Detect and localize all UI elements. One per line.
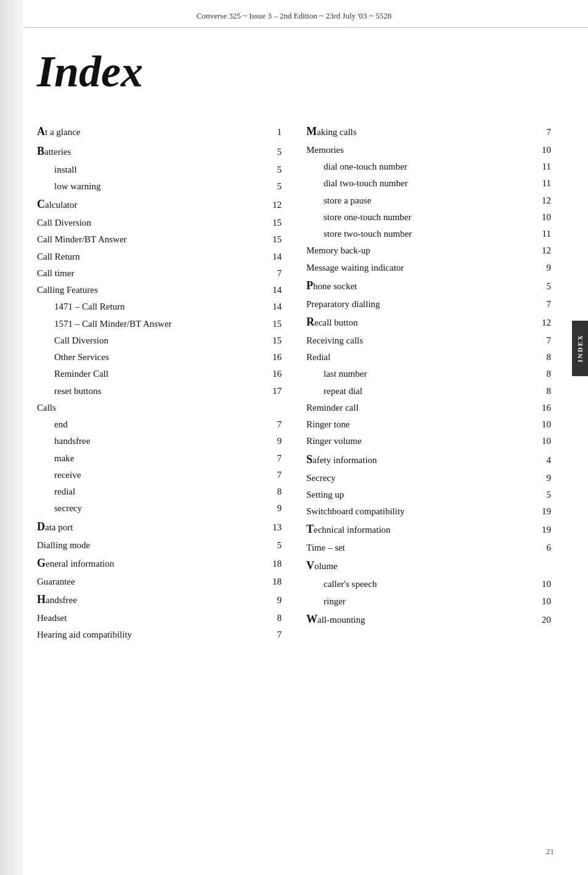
list-item: secrecy9 [37, 500, 282, 517]
entry-page-number: 14 [263, 250, 282, 264]
list-item: Call Minder/BT Answer15 [37, 231, 282, 248]
entry-page-number: 9 [263, 593, 282, 607]
capital-letter: B [37, 145, 44, 157]
entry-page-number: 10 [533, 577, 551, 591]
capital-letter: S [306, 453, 312, 466]
list-item: Redial8 [306, 349, 551, 366]
entry-page-number: 9 [263, 501, 282, 516]
list-item: Calling Features14 [37, 282, 282, 298]
entry-page-number: 20 [533, 613, 551, 627]
entry-label: redial [37, 485, 263, 499]
list-item: Hearing aid compatibility7 [37, 626, 282, 643]
entry-label: make [37, 451, 263, 466]
page-content: Index At a glance1Batteries5install5low … [0, 28, 588, 643]
entry-label: Call Minder/BT Answer [37, 232, 263, 247]
entry-page-number: 14 [263, 283, 282, 297]
entry-label: Phone socket [306, 277, 533, 295]
list-item: low warning5 [37, 178, 282, 195]
list-item: Reminder Call16 [37, 366, 282, 382]
list-item: Volume [306, 556, 551, 576]
list-item: Memory back-up12 [306, 242, 551, 259]
list-item: handsfree9 [37, 433, 282, 450]
list-item: store two-touch number11 [306, 226, 551, 242]
entry-label: Memory back-up [306, 244, 533, 258]
list-item: Other Services16 [37, 349, 282, 366]
entry-label: Receiving calls [306, 334, 533, 348]
entry-page-number: 17 [263, 384, 282, 398]
list-item: Secrecy9 [306, 470, 551, 487]
list-item: Call timer7 [37, 265, 282, 282]
entry-page-number: 16 [533, 401, 551, 415]
entry-page-number: 7 [533, 334, 551, 348]
list-item: make7 [37, 450, 282, 467]
entry-label: Message waiting indicator [306, 261, 533, 275]
entry-label: reset buttons [37, 384, 263, 398]
entry-label: Reminder call [306, 401, 533, 415]
capital-letter: H [37, 593, 46, 606]
list-item: caller's speech10 [306, 576, 551, 593]
list-item: At a glance1 [37, 122, 282, 142]
entry-label: Call Diversion [37, 334, 263, 348]
list-item: Making calls7 [306, 122, 551, 142]
entry-label: Guarantee [37, 575, 263, 589]
entry-page-number: 9 [533, 471, 551, 485]
entry-label: Secrecy [306, 471, 533, 485]
entry-page-number: 11 [533, 176, 551, 191]
entry-page-number: 19 [533, 504, 551, 519]
entry-page-number: 4 [533, 453, 551, 467]
entry-label: 1471 – Call Return [37, 300, 263, 314]
entry-label: caller's speech [306, 577, 533, 591]
page-number: 21 [546, 847, 554, 857]
list-item: Setting up5 [306, 487, 551, 503]
entry-label: Memories [306, 143, 533, 157]
entry-page-number: 15 [263, 317, 282, 331]
list-item: Preparatory dialling7 [306, 296, 551, 313]
entry-label: Calls [37, 401, 263, 415]
entry-page-number: 15 [263, 232, 282, 247]
entry-page-number: 5 [263, 163, 282, 177]
list-item: Wall-mounting20 [306, 610, 551, 630]
entry-page-number: 8 [533, 350, 551, 364]
entry-page-number: 18 [263, 557, 282, 571]
entry-page-number: 12 [263, 198, 282, 212]
entry-page-number: 13 [263, 520, 282, 535]
capital-letter: V [306, 559, 314, 572]
page-header: Converse 325 ~ Issue 3 – 2nd Edition ~ 2… [0, 0, 588, 28]
entry-page-number: 18 [263, 575, 282, 589]
title-section: Index [31, 28, 557, 122]
list-item: Dialling mode5 [37, 537, 282, 554]
list-item: reset buttons17 [37, 383, 282, 400]
index-tab: INDEX [572, 321, 588, 376]
list-item: 1571 – Call Minder/BT Answer15 [37, 316, 282, 332]
entry-label: Calculator [37, 196, 263, 213]
entry-page-number: 1 [263, 125, 282, 139]
entry-page-number: 9 [533, 261, 551, 275]
list-item: Call Diversion15 [37, 215, 282, 231]
entry-label: Setting up [306, 488, 533, 502]
entry-label: ringer [306, 594, 533, 609]
entry-page-number: 15 [263, 216, 282, 230]
list-item: Technical information19 [306, 520, 551, 540]
list-item: Receiving calls7 [306, 332, 551, 349]
entry-label: Technical information [306, 521, 533, 538]
capital-letter: M [306, 125, 317, 138]
list-item: Memories10 [306, 142, 551, 158]
entry-page-number: 7 [263, 451, 282, 466]
index-tab-label: INDEX [576, 334, 584, 362]
entry-page-number: 10 [533, 434, 551, 448]
entry-label: Ringer volume [306, 434, 533, 448]
list-item: ringer10 [306, 593, 551, 610]
entry-page-number: 5 [533, 279, 551, 294]
list-item: General information18 [37, 554, 282, 573]
entry-page-number: 7 [533, 297, 551, 311]
list-item: Ringer tone10 [306, 416, 551, 433]
entry-label: store two-touch number [306, 227, 533, 241]
entry-label: General information [37, 555, 263, 572]
list-item: Calculator12 [37, 195, 282, 215]
entry-page-number: 5 [263, 179, 282, 194]
entry-label: low warning [37, 179, 263, 194]
entry-page-number: 12 [533, 244, 551, 258]
entry-page-number: 5 [263, 538, 282, 553]
right-column: Making calls7Memories10dial one-touch nu… [294, 122, 551, 643]
entry-label: store a pause [306, 194, 533, 208]
